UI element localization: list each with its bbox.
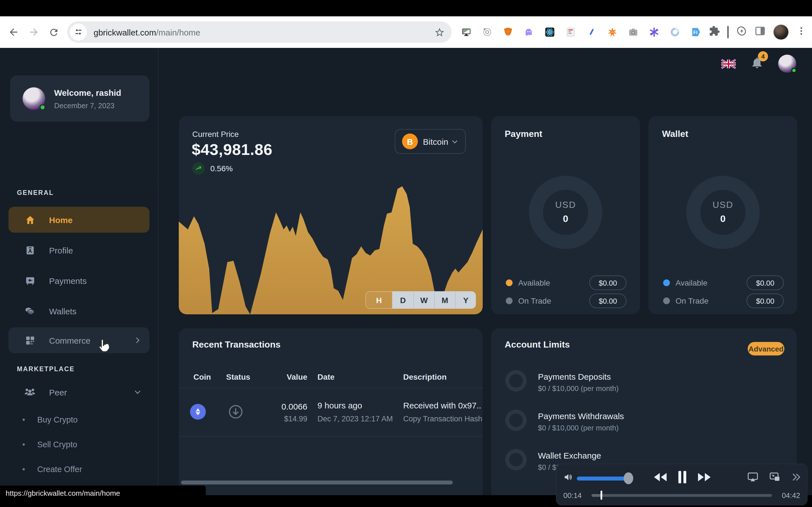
volume-slider[interactable] [577,476,629,480]
notes-extension-icon[interactable] [566,27,576,37]
url-text[interactable]: gbrickwallet.com/main/home [94,27,434,37]
coin-selector-label: Bitcoin [423,136,448,146]
table-divider [179,436,483,437]
sidebar-item-commerce[interactable]: Commerce [8,327,149,353]
sidebar-divider [158,48,158,495]
extensions-puzzle-icon[interactable] [709,25,720,39]
seek-handle[interactable] [601,491,602,500]
volume-icon[interactable] [563,473,573,484]
side-panel-icon[interactable] [755,25,766,39]
asterisk-extension-icon[interactable] [649,27,659,37]
available-amount-pill[interactable]: $0.00 [747,276,784,290]
fast-forward-icon[interactable] [697,472,712,485]
on-trade-amount-pill[interactable]: $0.00 [747,293,784,308]
toolbar-divider [727,26,728,38]
vault-icon [24,275,36,286]
home-icon [24,214,36,225]
metamask-extension-icon[interactable] [503,27,513,37]
sidebar-item-home[interactable]: Home [8,207,149,233]
sidebar-item-label: Peer [49,387,67,397]
sidebar-item-profile[interactable]: Profile [8,237,149,263]
sidebar-subitem-sell-crypto[interactable]: Sell Crypto [22,438,147,451]
bullet-icon [22,468,25,470]
browser-profile-avatar[interactable] [773,24,789,40]
sidebar-item-payments[interactable]: Payments [8,268,149,293]
current-price-label: Current Price [192,129,239,138]
pen-extension-icon[interactable] [587,27,597,37]
sidebar-avatar [22,87,45,110]
wallet-card-title: Wallet [662,129,688,139]
reload-icon[interactable] [49,27,59,38]
available-amount-pill[interactable]: $0.00 [589,276,626,290]
screen: gbrickwallet.com/main/home FI [0,0,812,507]
video-player-controls: 00:14 04:42 [556,464,808,505]
column-header-value: Value [258,372,307,381]
seek-bar[interactable] [592,494,772,497]
fi-extension-icon[interactable]: FI [691,27,701,37]
payment-card: Payment USD 0 Available $0.00 On Trade $… [491,116,640,314]
advanced-button[interactable]: Advanced [748,342,784,355]
site-settings-icon[interactable] [70,24,87,41]
sidebar-subitem-create-offer[interactable]: Create Offer [22,462,147,476]
horizontal-scrollbar[interactable] [181,481,453,485]
available-dot [506,279,513,286]
table-divider [179,388,483,388]
notifications-bell[interactable]: 4 [751,56,763,71]
received-status-icon [229,404,243,419]
subitem-label: Sell Crypto [37,440,77,449]
payment-donut-chart: USD 0 [529,176,602,249]
back-icon[interactable] [8,26,19,38]
sidebar-item-label: Profile [49,245,73,255]
language-flag-uk[interactable] [721,59,736,68]
rewind-icon[interactable] [653,472,668,485]
subitem-label: Create Offer [37,465,82,474]
tx-copy-hash-link[interactable]: Copy Transaction Hash [403,414,483,423]
ring-extension-icon[interactable] [670,27,680,37]
legend-label: Available [518,278,550,287]
picture-in-picture-icon[interactable] [769,472,780,485]
column-header-status: Status [226,372,250,381]
energy-leaf-icon[interactable] [736,25,747,39]
header-avatar[interactable] [778,55,796,73]
coin-selector[interactable]: B Bitcoin [395,129,466,154]
range-button-month[interactable]: M [434,291,455,309]
range-button-hour[interactable]: H [365,291,393,309]
camera-extension-icon[interactable] [628,27,638,37]
sidebar-item-wallets[interactable]: Wallets [8,298,149,324]
bitcoin-icon: B [402,133,418,149]
starburst-extension-icon[interactable] [607,27,617,37]
screen-share-extension-icon[interactable] [461,27,471,37]
page-content: Welcome, rashid December 7, 2023 GENERAL… [0,48,812,495]
range-button-week[interactable]: W [413,291,434,309]
peer-people-icon [24,386,36,398]
extension-icons: FI [461,27,701,37]
orbit-extension-icon[interactable] [482,27,492,37]
tx-description: Received with 0x97.. [403,400,481,410]
account-limits-title: Account Limits [505,340,570,350]
ghost-extension-icon[interactable] [524,27,534,37]
browser-menu-kebab-icon[interactable] [796,26,806,38]
commerce-grid-icon [24,335,36,346]
url-bar[interactable]: gbrickwallet.com/main/home [67,21,452,43]
sidebar-item-peer[interactable]: Peer [8,379,149,405]
limit-ring-icon [505,370,527,392]
range-button-day[interactable]: D [393,291,413,309]
volume-knob[interactable] [624,472,633,484]
sidebar-item-label: Home [49,215,72,224]
column-header-description: Description [403,372,447,381]
elapsed-time: 00:14 [563,491,586,499]
react-extension-icon[interactable] [545,27,555,37]
coins-icon [24,305,36,317]
airplay-icon[interactable] [747,472,758,485]
sidebar-subitem-buy-crypto[interactable]: Buy Crypto [22,413,147,427]
forward-icon[interactable] [28,26,40,38]
subitem-label: Buy Crypto [37,415,78,424]
more-controls-chevrons-icon[interactable] [791,473,801,484]
marketplace-section-label: MARKETPLACE [17,365,75,372]
pause-icon[interactable] [678,470,687,486]
bookmark-star-icon[interactable] [434,27,445,38]
limit-ring-icon [505,409,527,431]
recent-transactions-card: Recent Transactions Coin Status Value Da… [179,328,483,503]
on-trade-amount-pill[interactable]: $0.00 [589,293,626,308]
range-button-year[interactable]: Y [455,291,476,309]
